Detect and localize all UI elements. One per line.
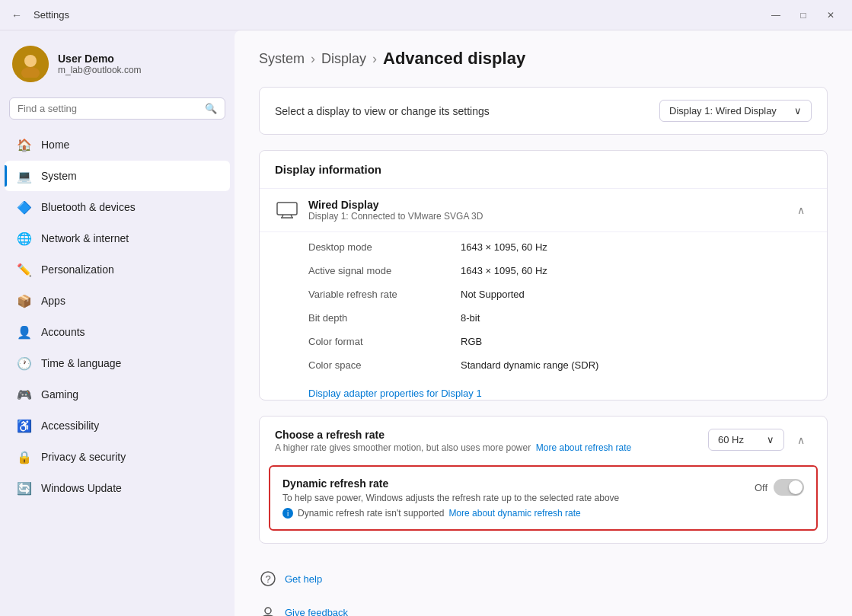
search-icon: 🔍 <box>205 103 217 114</box>
sidebar-item-label-apps: Apps <box>41 295 65 307</box>
main-content: System › Display › Advanced display Sele… <box>235 30 852 616</box>
display-adapter-link[interactable]: Display adapter properties for Display 1 <box>260 385 497 401</box>
refresh-desc-text: A higher rate gives smoother motion, but… <box>275 442 531 453</box>
svg-point-1 <box>21 67 40 78</box>
sidebar-item-label-accessibility: Accessibility <box>41 420 99 432</box>
give-feedback-icon <box>259 603 277 616</box>
titlebar-controls: — □ ✕ <box>764 5 843 26</box>
info-icon: i <box>282 508 293 519</box>
sidebar-item-personalization[interactable]: ✏️ Personalization <box>5 254 230 285</box>
minimize-button[interactable]: — <box>764 5 788 26</box>
breadcrumb-system[interactable]: System <box>259 51 305 67</box>
svg-text:?: ? <box>265 573 270 585</box>
search-input[interactable] <box>18 103 199 114</box>
sidebar-item-label-update: Windows Update <box>41 482 122 494</box>
user-profile[interactable]: User Demo m_lab@outlook.com <box>0 37 235 97</box>
close-button[interactable]: ✕ <box>818 5 843 26</box>
breadcrumb-sep-2: › <box>372 51 377 67</box>
bottom-links: ? Get help Give feedback <box>259 559 828 616</box>
dynamic-info-link[interactable]: More about dynamic refresh rate <box>448 508 580 519</box>
display-info-chevron[interactable]: ∧ <box>790 199 812 221</box>
sidebar-item-privacy[interactable]: 🔒 Privacy & security <box>5 442 230 472</box>
sidebar-item-bluetooth[interactable]: 🔷 Bluetooth & devices <box>5 192 230 222</box>
app-body: User Demo m_lab@outlook.com 🔍 🏠 Home 💻 S… <box>0 30 852 616</box>
dynamic-refresh-section: Dynamic refresh rate To help save power,… <box>269 465 818 531</box>
rate-dropdown-chevron: ∨ <box>767 434 774 445</box>
search-box[interactable]: 🔍 <box>9 97 225 120</box>
time-icon: 🕐 <box>17 356 32 371</box>
sidebar-item-label-personalization: Personalization <box>41 263 114 276</box>
refresh-rate-header: Choose a refresh rate A higher rate give… <box>260 417 827 465</box>
apps-icon: 📦 <box>17 293 32 308</box>
info-label: Color space <box>308 359 461 371</box>
accessibility-icon: ♿ <box>17 418 32 433</box>
display-dropdown[interactable]: Display 1: Wired Display ∨ <box>659 100 812 122</box>
personalization-icon: ✏️ <box>17 262 32 277</box>
rate-dropdown[interactable]: 60 Hz ∨ <box>708 429 784 451</box>
titlebar-title: Settings <box>34 9 755 21</box>
info-value: RGB <box>461 336 812 347</box>
monitor-icon <box>275 198 299 222</box>
sidebar-item-label-home: Home <box>41 139 69 151</box>
dynamic-info: i Dynamic refresh rate isn't supported M… <box>282 508 745 519</box>
sidebar-item-accessibility[interactable]: ♿ Accessibility <box>5 410 230 441</box>
bluetooth-icon: 🔷 <box>17 199 32 215</box>
give-feedback-link[interactable]: Give feedback <box>259 598 828 616</box>
breadcrumb-sep-1: › <box>311 51 315 67</box>
info-label: Bit depth <box>308 312 461 324</box>
sidebar: User Demo m_lab@outlook.com 🔍 🏠 Home 💻 S… <box>0 30 235 616</box>
info-value: Not Supported <box>461 289 812 300</box>
get-help-link[interactable]: ? Get help <box>259 565 828 592</box>
maximize-button[interactable]: □ <box>791 5 815 26</box>
info-value: Standard dynamic range (SDR) <box>461 359 812 371</box>
refresh-desc: A higher rate gives smoother motion, but… <box>275 442 708 453</box>
get-help-label: Get help <box>285 573 322 585</box>
update-icon: 🔄 <box>17 480 32 496</box>
sidebar-item-label-accounts: Accounts <box>41 326 85 338</box>
user-email: m_lab@outlook.com <box>58 65 142 75</box>
info-value: 1643 × 1095, 60 Hz <box>461 265 812 276</box>
dynamic-toggle[interactable] <box>774 479 804 496</box>
dynamic-title: Dynamic refresh rate <box>282 477 745 490</box>
refresh-title: Choose a refresh rate <box>275 429 708 441</box>
sidebar-item-network[interactable]: 🌐 Network & internet <box>5 223 230 254</box>
dynamic-refresh-row: Dynamic refresh rate To help save power,… <box>282 477 804 519</box>
svg-rect-2 <box>277 203 297 215</box>
system-icon: 💻 <box>17 168 32 184</box>
refresh-controls: 60 Hz ∨ ∧ <box>708 429 812 451</box>
sidebar-item-update[interactable]: 🔄 Windows Update <box>5 473 230 503</box>
sidebar-item-label-bluetooth: Bluetooth & devices <box>41 201 136 213</box>
home-icon: 🏠 <box>17 137 32 152</box>
back-button[interactable]: ← <box>9 9 24 21</box>
sidebar-item-label-time: Time & language <box>41 357 121 369</box>
display-selector-bar: Select a display to view or change its s… <box>259 87 828 135</box>
network-icon: 🌐 <box>17 231 32 246</box>
info-row: Color space Standard dynamic range (SDR) <box>260 353 827 377</box>
info-table: Desktop mode 1643 × 1095, 60 Hz Active s… <box>260 232 827 386</box>
refresh-rate-section: Choose a refresh rate A higher rate give… <box>259 416 828 544</box>
refresh-chevron[interactable]: ∧ <box>790 429 812 451</box>
display-info-section-header: Display information <box>260 151 827 189</box>
info-row: Variable refresh rate Not Supported <box>260 282 827 306</box>
give-feedback-label: Give feedback <box>285 607 348 617</box>
info-value: 8-bit <box>461 312 812 324</box>
sidebar-item-gaming[interactable]: 🎮 Gaming <box>5 379 230 410</box>
info-value: 1643 × 1095, 60 Hz <box>461 241 812 253</box>
breadcrumb: System › Display › Advanced display <box>259 49 828 69</box>
display-info-title: Display information <box>275 163 381 176</box>
refresh-desc-link[interactable]: More about refresh rate <box>536 442 631 453</box>
sidebar-item-system[interactable]: 💻 System <box>5 161 230 191</box>
nav-list: 🏠 Home 💻 System 🔷 Bluetooth & devices 🌐 … <box>0 129 235 504</box>
display-dropdown-value: Display 1: Wired Display <box>669 105 777 116</box>
breadcrumb-display[interactable]: Display <box>321 51 366 67</box>
sidebar-item-home[interactable]: 🏠 Home <box>5 129 230 160</box>
sidebar-item-apps[interactable]: 📦 Apps <box>5 286 230 316</box>
dynamic-left: Dynamic refresh rate To help save power,… <box>282 477 745 519</box>
toggle-label: Off <box>755 482 767 493</box>
svg-point-8 <box>265 608 271 614</box>
sidebar-item-label-network: Network & internet <box>41 232 129 244</box>
sidebar-item-accounts[interactable]: 👤 Accounts <box>5 317 230 347</box>
sidebar-item-time[interactable]: 🕐 Time & language <box>5 348 230 378</box>
privacy-icon: 🔒 <box>17 449 32 464</box>
display-dropdown-chevron: ∨ <box>794 105 802 116</box>
